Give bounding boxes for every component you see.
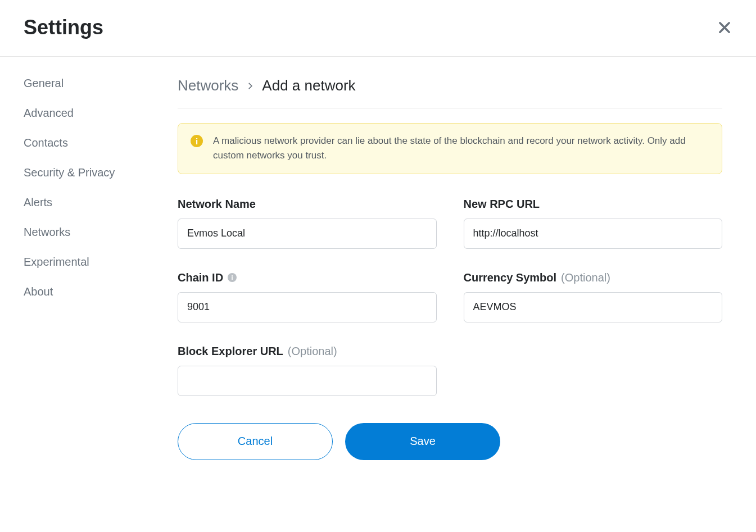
info-warning-icon: i	[191, 135, 203, 147]
input-currency-symbol[interactable]	[464, 292, 723, 322]
label-rpc-url: New RPC URL	[464, 198, 723, 211]
info-icon[interactable]: i	[228, 273, 237, 282]
warning-text: A malicious network provider can lie abo…	[213, 134, 709, 163]
breadcrumb-current: Add a network	[262, 77, 355, 94]
close-button[interactable]	[717, 20, 732, 35]
label-chain-id: Chain ID i	[178, 271, 437, 284]
breadcrumb-networks[interactable]: Networks	[178, 77, 238, 94]
form-actions: Cancel Save	[178, 423, 722, 460]
save-button[interactable]: Save	[345, 423, 500, 460]
sidebar-item-experimental[interactable]: Experimental	[24, 256, 153, 269]
label-network-name: Network Name	[178, 198, 437, 211]
field-rpc-url: New RPC URL	[464, 198, 723, 249]
field-block-explorer: Block Explorer URL (Optional)	[178, 345, 437, 396]
label-currency-symbol-text: Currency Symbol	[464, 271, 557, 284]
label-block-explorer: Block Explorer URL (Optional)	[178, 345, 437, 358]
divider	[178, 108, 722, 108]
settings-sidebar: General Advanced Contacts Security & Pri…	[0, 77, 153, 460]
sidebar-item-about[interactable]: About	[24, 285, 153, 298]
settings-content: Networks Add a network i A malicious net…	[153, 77, 756, 460]
sidebar-item-alerts[interactable]: Alerts	[24, 196, 153, 209]
settings-header: Settings	[0, 0, 756, 57]
sidebar-item-contacts[interactable]: Contacts	[24, 137, 153, 149]
field-currency-symbol: Currency Symbol (Optional)	[464, 271, 723, 322]
page-title: Settings	[24, 16, 103, 39]
field-chain-id: Chain ID i	[178, 271, 437, 322]
input-rpc-url[interactable]	[464, 219, 723, 249]
sidebar-item-security-privacy[interactable]: Security & Privacy	[24, 166, 153, 179]
close-icon	[717, 20, 732, 35]
cancel-button[interactable]: Cancel	[178, 423, 333, 460]
warning-banner: i A malicious network provider can lie a…	[178, 123, 722, 174]
label-currency-symbol-optional: (Optional)	[561, 271, 610, 284]
breadcrumb: Networks Add a network	[178, 77, 722, 94]
network-form: Network Name New RPC URL Chain ID i Curr…	[178, 198, 722, 396]
sidebar-item-advanced[interactable]: Advanced	[24, 107, 153, 120]
sidebar-item-networks[interactable]: Networks	[24, 226, 153, 239]
field-network-name: Network Name	[178, 198, 437, 249]
input-network-name[interactable]	[178, 219, 437, 249]
label-block-explorer-optional: (Optional)	[288, 345, 337, 358]
sidebar-item-general[interactable]: General	[24, 77, 153, 90]
label-chain-id-text: Chain ID	[178, 271, 223, 284]
label-currency-symbol: Currency Symbol (Optional)	[464, 271, 723, 284]
chevron-right-icon	[246, 82, 254, 90]
input-block-explorer[interactable]	[178, 366, 437, 396]
settings-body: General Advanced Contacts Security & Pri…	[0, 57, 756, 460]
input-chain-id[interactable]	[178, 292, 437, 322]
label-block-explorer-text: Block Explorer URL	[178, 345, 283, 358]
